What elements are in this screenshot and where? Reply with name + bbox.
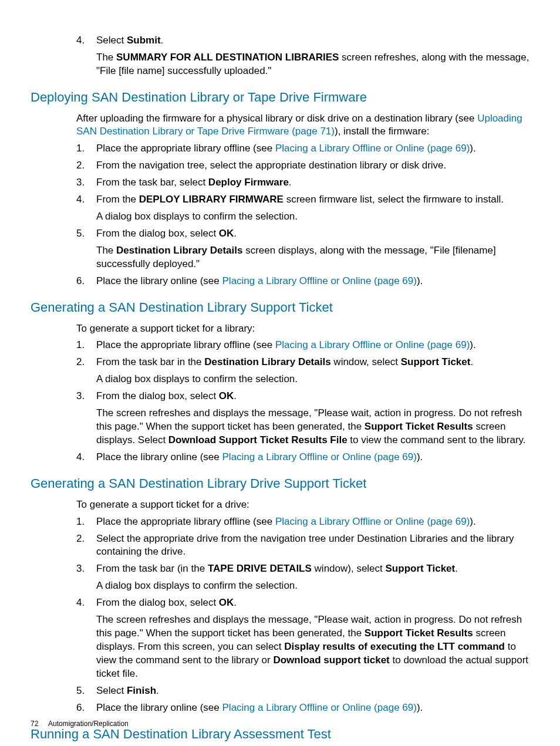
bold-text: Download Support Ticket Results File: [168, 434, 348, 445]
ordered-list: 1.Place the appropriate library offline …: [76, 339, 529, 464]
list-item-subtext: A dialog box displays to confirm the sel…: [96, 579, 529, 593]
list-item: 6.Place the library online (see Placing …: [76, 275, 529, 288]
cross-reference-link[interactable]: Uploading SAN Destination Library or Tap…: [76, 113, 522, 137]
list-item-text: Place the appropriate library offline (s…: [96, 339, 476, 350]
continuation-ordered-list: 4.Select Submit.The SUMMARY FOR ALL DEST…: [76, 34, 529, 78]
list-item-text: Place the appropriate library offline (s…: [96, 516, 476, 527]
bold-text: Destination Library Details: [204, 356, 330, 367]
list-item-number: 5.: [76, 227, 85, 241]
list-item: 1.Place the appropriate library offline …: [76, 142, 529, 156]
list-item: 6.Place the library online (see Placing …: [76, 701, 529, 715]
list-item-number: 3.: [76, 176, 85, 190]
section-heading: Generating a SAN Destination Library Dri…: [31, 475, 529, 492]
bold-text: OK: [219, 597, 234, 608]
list-item-subtext: The SUMMARY FOR ALL DESTINATION LIBRARIE…: [96, 51, 529, 78]
list-item-subtext: The screen refreshes and displays the me…: [96, 407, 529, 447]
list-item: 2.From the navigation tree, select the a…: [76, 159, 529, 173]
list-item: 4.From the dialog box, select OK.The scr…: [76, 596, 529, 681]
bold-text: Support Ticket: [401, 356, 471, 367]
page-footer: 72 Automigration/Replication: [31, 719, 129, 728]
list-item-text: From the dialog box, select OK.: [96, 597, 237, 608]
list-item-text: Place the library online (see Placing a …: [96, 702, 423, 713]
list-item-number: 3.: [76, 562, 85, 576]
ordered-list: 1.Place the appropriate library offline …: [76, 142, 529, 288]
list-item-text: From the task bar (in the TAPE DRIVE DET…: [96, 563, 458, 574]
section-intro: To generate a support ticket for a libra…: [76, 322, 529, 336]
bold-text: Submit: [127, 35, 161, 46]
list-item-number: 6.: [76, 275, 85, 288]
list-item-subtext: A dialog box displays to confirm the sel…: [96, 210, 529, 224]
bold-text: Support Ticket Results: [365, 627, 473, 639]
list-item-number: 4.: [76, 451, 85, 464]
list-item: 5.From the dialog box, select OK.The Des…: [76, 227, 529, 271]
list-item-number: 4.: [76, 34, 85, 48]
ordered-list: 1.Place the appropriate library offline …: [76, 515, 529, 715]
list-item-text: From the DEPLOY LIBRARY FIRMWARE screen …: [96, 194, 504, 205]
bold-text: SUMMARY FOR ALL DESTINATION LIBRARIES: [116, 52, 339, 63]
list-item-number: 1.: [76, 339, 85, 352]
list-item-number: 2.: [76, 532, 85, 546]
bold-text: Support Ticket: [386, 563, 456, 574]
list-item: 5.Select Finish.: [76, 684, 529, 698]
bold-text: TAPE DRIVE DETAILS: [208, 563, 312, 574]
cross-reference-link[interactable]: Placing a Library Offline or Online (pag…: [275, 516, 470, 527]
cross-reference-link[interactable]: Placing a Library Offline or Online (pag…: [275, 339, 470, 350]
list-item-subtext: A dialog box displays to confirm the sel…: [96, 373, 529, 386]
list-item-text: From the navigation tree, select the app…: [96, 160, 446, 171]
list-item-text: From the dialog box, select OK.: [96, 390, 237, 401]
list-item: 3.From the task bar (in the TAPE DRIVE D…: [76, 562, 529, 593]
bold-text: Deploy Firmware: [208, 177, 289, 188]
list-item-text: Select the appropriate drive from the na…: [96, 533, 514, 558]
bold-text: Destination Library Details: [116, 245, 242, 256]
cross-reference-link[interactable]: Placing a Library Offline or Online (pag…: [222, 275, 417, 286]
bold-text: Download support ticket: [273, 654, 389, 666]
list-item-number: 5.: [76, 684, 85, 698]
bold-text: OK: [219, 228, 234, 239]
bold-text: Support Ticket Results: [365, 421, 473, 432]
list-item-text: Place the library online (see Placing a …: [96, 451, 423, 463]
bold-text: DEPLOY LIBRARY FIRMWARE: [139, 194, 284, 205]
list-item-number: 1.: [76, 515, 85, 529]
list-item-number: 2.: [76, 356, 85, 369]
list-item-subtext: The screen refreshes and displays the me…: [96, 613, 529, 681]
section-heading: Deploying SAN Destination Library or Tap…: [31, 89, 529, 106]
cross-reference-link[interactable]: Placing a Library Offline or Online (pag…: [222, 702, 417, 713]
bold-text: Display results of executing the LTT com…: [284, 641, 505, 652]
list-item-number: 4.: [76, 193, 85, 207]
list-item: 1.Place the appropriate library offline …: [76, 515, 529, 529]
list-item-text: From the task bar in the Destination Lib…: [96, 356, 473, 367]
list-item: 3.From the task bar, select Deploy Firmw…: [76, 176, 529, 190]
list-item: 3.From the dialog box, select OK.The scr…: [76, 390, 529, 447]
page-number: 72: [31, 720, 38, 728]
bold-text: Finish: [127, 685, 156, 696]
list-item-number: 4.: [76, 596, 85, 610]
list-item-text: From the task bar, select Deploy Firmwar…: [96, 177, 292, 188]
list-item: 2.From the task bar in the Destination L…: [76, 356, 529, 386]
list-item-number: 6.: [76, 701, 85, 715]
bold-text: OK: [219, 390, 234, 401]
list-item: 2.Select the appropriate drive from the …: [76, 532, 529, 559]
list-item: 4.From the DEPLOY LIBRARY FIRMWARE scree…: [76, 193, 529, 224]
section-intro: To generate a support ticket for a drive…: [76, 498, 529, 512]
list-item-text: Select Finish.: [96, 685, 159, 696]
section-heading: Generating a SAN Destination Library Sup…: [31, 299, 529, 316]
list-item: 1.Place the appropriate library offline …: [76, 339, 529, 352]
list-item-subtext: The Destination Library Details screen d…: [96, 244, 529, 271]
section-intro: After uploading the firmware for a physi…: [76, 112, 529, 139]
list-item-text: Select Submit.: [96, 35, 163, 46]
list-item-number: 1.: [76, 142, 85, 156]
list-item: 4.Select Submit.The SUMMARY FOR ALL DEST…: [76, 34, 529, 78]
cross-reference-link[interactable]: Placing a Library Offline or Online (pag…: [222, 451, 417, 463]
list-item-text: Place the library online (see Placing a …: [96, 275, 423, 286]
list-item-text: Place the appropriate library offline (s…: [96, 143, 476, 154]
footer-section-title: Automigration/Replication: [48, 720, 129, 728]
list-item-number: 2.: [76, 159, 85, 173]
cross-reference-link[interactable]: Placing a Library Offline or Online (pag…: [275, 143, 470, 154]
list-item-number: 3.: [76, 390, 85, 403]
list-item: 4.Place the library online (see Placing …: [76, 451, 529, 464]
list-item-text: From the dialog box, select OK.: [96, 228, 237, 239]
